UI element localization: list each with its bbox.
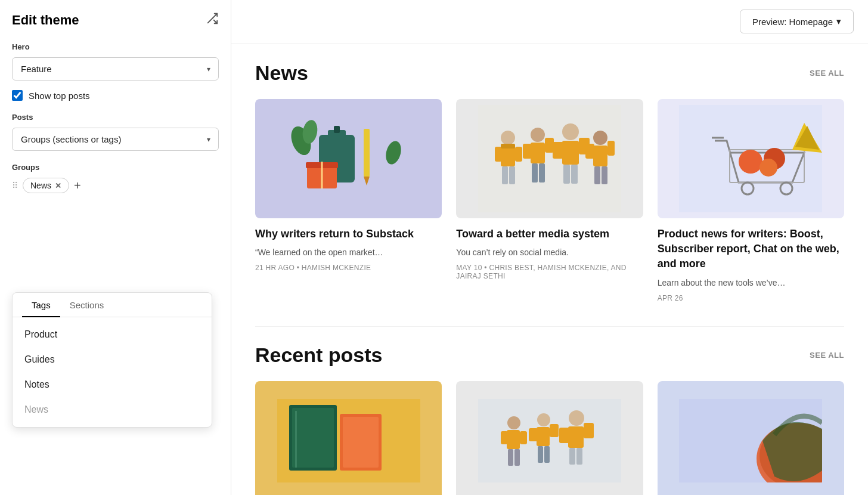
svg-rect-70: [559, 428, 569, 443]
svg-rect-71: [584, 423, 594, 438]
svg-point-42: [739, 150, 762, 174]
svg-rect-54: [295, 411, 297, 468]
show-top-posts-checkbox[interactable]: [12, 90, 23, 101]
tab-sections[interactable]: Sections: [60, 293, 114, 317]
svg-point-15: [501, 131, 515, 145]
posts-label: Posts: [12, 113, 219, 122]
svg-rect-57: [507, 430, 520, 449]
svg-rect-5: [334, 126, 340, 133]
news-cards-grid: Why writers return to Substack “We learn…: [255, 99, 844, 302]
dropdown-item-news[interactable]: News: [13, 397, 212, 422]
news-card-1-image: [255, 99, 442, 218]
news-card-1-meta: 21 HR AGO • HAMISH MCKENZIE: [255, 264, 442, 272]
recent-cards-grid: [255, 381, 844, 495]
section-divider: [255, 326, 844, 327]
news-card-1: Why writers return to Substack “We learn…: [255, 99, 442, 302]
svg-rect-37: [607, 141, 615, 156]
svg-point-56: [507, 416, 520, 429]
show-top-posts-row: Show top posts: [12, 90, 219, 101]
recent-card-3: [658, 381, 844, 495]
news-card-2-title: Toward a better media system: [456, 227, 643, 242]
hero-select-wrapper: Feature Text Minimal ▾: [12, 57, 219, 81]
preview-chevron: ▾: [836, 16, 841, 27]
content-area: News SEE ALL: [231, 44, 868, 495]
recent-card-1-image: [255, 381, 442, 495]
shuffle-icon[interactable]: [206, 12, 219, 28]
news-card-2-meta: MAY 10 • CHRIS BEST, HAMISH MCKENZIE, AN…: [456, 264, 643, 280]
hero-select[interactable]: Feature Text Minimal: [12, 57, 219, 81]
svg-rect-17: [495, 147, 502, 162]
svg-rect-24: [523, 144, 532, 159]
left-panel: Edit theme Hero Feature Text Minimal ▾ S…: [0, 0, 231, 495]
panel-title: Edit theme: [12, 13, 79, 28]
svg-rect-38: [594, 166, 600, 184]
tab-tags[interactable]: Tags: [22, 293, 60, 317]
recent-card-2: [456, 381, 643, 495]
svg-rect-33: [571, 165, 578, 184]
svg-point-62: [537, 413, 550, 426]
svg-rect-20: [509, 166, 515, 184]
news-card-3-image: [658, 99, 844, 218]
recent-card-1: [255, 381, 442, 495]
posts-select[interactable]: Groups (sections or tags) All posts Feat…: [12, 128, 219, 151]
svg-rect-66: [538, 446, 543, 463]
svg-point-34: [593, 131, 607, 145]
svg-point-44: [760, 159, 777, 177]
news-card-2: Toward a better media system You can’t r…: [456, 99, 643, 302]
add-tag-button[interactable]: +: [74, 180, 81, 191]
news-see-all[interactable]: SEE ALL: [810, 69, 844, 78]
news-card-3: Product news for writers: Boost, Subscri…: [658, 99, 844, 302]
svg-rect-21: [501, 144, 515, 148]
svg-rect-72: [569, 448, 575, 465]
svg-rect-27: [539, 163, 545, 182]
news-card-2-image: [456, 99, 643, 218]
groups-label: Groups: [12, 163, 219, 172]
svg-rect-73: [576, 448, 582, 465]
posts-select-wrapper: Groups (sections or tags) All posts Feat…: [12, 128, 219, 151]
svg-rect-36: [585, 144, 594, 159]
news-card-2-excerpt: You can’t rely on social media.: [456, 246, 643, 259]
recent-heading: Recent posts: [255, 344, 383, 367]
dropdown-item-product[interactable]: Product: [13, 322, 212, 347]
svg-rect-19: [502, 166, 508, 184]
svg-rect-30: [553, 142, 563, 159]
news-card-1-excerpt: “We learned on the open market…: [255, 246, 442, 259]
news-heading-row: News SEE ALL: [255, 61, 844, 85]
svg-rect-26: [532, 163, 538, 182]
svg-point-68: [569, 410, 584, 426]
svg-rect-35: [593, 146, 607, 166]
svg-rect-51: [292, 408, 334, 468]
dropdown-item-guides[interactable]: Guides: [13, 347, 212, 372]
svg-rect-39: [602, 166, 607, 184]
recent-see-all[interactable]: SEE ALL: [810, 351, 844, 360]
drag-handle-icon[interactable]: ⠿: [12, 181, 18, 190]
preview-label: Preview: Homepage: [752, 17, 833, 27]
news-card-3-meta: APR 26: [658, 294, 844, 302]
show-top-posts-label: Show top posts: [29, 91, 90, 101]
dropdown-tabs: Tags Sections: [13, 293, 212, 317]
news-tag-label: News: [30, 181, 51, 190]
svg-rect-65: [550, 424, 559, 437]
right-panel: Preview: Homepage ▾ News SEE ALL: [231, 0, 868, 495]
svg-rect-64: [529, 428, 538, 441]
svg-rect-53: [343, 417, 379, 468]
svg-rect-58: [501, 431, 508, 444]
dropdown-item-notes[interactable]: Notes: [13, 372, 212, 397]
preview-button[interactable]: Preview: Homepage ▾: [740, 10, 854, 33]
panel-header: Edit theme: [12, 12, 219, 28]
news-tag-remove[interactable]: ✕: [55, 181, 61, 190]
svg-rect-6: [364, 129, 370, 177]
svg-rect-67: [544, 446, 550, 463]
recent-card-3-image: [658, 381, 844, 495]
svg-rect-60: [508, 449, 513, 466]
news-heading: News: [255, 61, 308, 85]
hero-label: Hero: [12, 42, 219, 51]
top-bar: Preview: Homepage ▾: [231, 0, 868, 44]
svg-rect-29: [562, 141, 579, 165]
groups-dropdown: Tags Sections Product Guides Notes News: [12, 292, 212, 428]
recent-heading-row: Recent posts SEE ALL: [255, 344, 844, 367]
svg-rect-18: [515, 147, 522, 162]
svg-rect-59: [520, 431, 527, 444]
svg-point-28: [562, 123, 579, 140]
groups-section: Groups ⠿ News ✕ +: [12, 163, 219, 193]
